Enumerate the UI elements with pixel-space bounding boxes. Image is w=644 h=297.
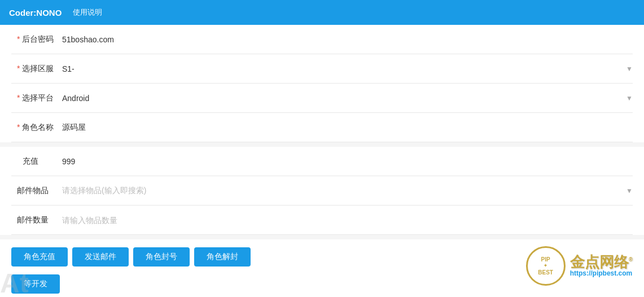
required-mark: * xyxy=(17,34,20,43)
instruction-link[interactable]: 使用说明 xyxy=(73,7,102,18)
mail-item-row: 邮件物品 请选择物品(输入即搜索) ▼ xyxy=(11,176,633,206)
mail-item-placeholder: 请选择物品(输入即搜索) xyxy=(62,186,626,196)
mail-item-wrapper[interactable]: 请选择物品(输入即搜索) ▼ xyxy=(62,186,633,196)
main-content: *后台密码 *选择区服 S1- ▼ *选择平台 Android ▼ xyxy=(0,25,644,297)
mail-quantity-label: 邮件数量 xyxy=(11,215,62,225)
button-divider xyxy=(0,235,644,239)
required-mark-4: * xyxy=(17,123,20,132)
unban-char-button[interactable]: 角色解封 xyxy=(194,247,251,267)
action-button-row: 角色充值 发送邮件 角色封号 角色解封 xyxy=(0,239,644,274)
form-section: *后台密码 *选择区服 S1- ▼ *选择平台 Android ▼ xyxy=(0,25,644,142)
ban-char-button[interactable]: 角色封号 xyxy=(133,247,190,267)
backend-password-row: *后台密码 xyxy=(11,25,633,54)
backend-password-label: *后台密码 xyxy=(11,34,62,45)
mail-quantity-input[interactable] xyxy=(62,216,633,225)
header: Coder:NONO 使用说明 xyxy=(0,0,644,25)
chevron-down-icon-2[interactable]: ▼ xyxy=(626,94,633,102)
pending-dev-button[interactable]: 等开发 xyxy=(11,274,60,294)
select-region-value: S1- xyxy=(62,64,626,73)
chevron-down-icon-3[interactable]: ▼ xyxy=(626,187,633,195)
select-platform-row: *选择平台 Android ▼ xyxy=(11,84,633,113)
chevron-down-icon[interactable]: ▼ xyxy=(626,65,633,73)
select-region-row: *选择区服 S1- ▼ xyxy=(11,54,633,84)
send-mail-button[interactable]: 发送邮件 xyxy=(72,247,129,267)
recharge-row: 充值 xyxy=(11,147,633,176)
backend-password-input[interactable] xyxy=(62,35,633,44)
character-name-row: *角色名称 xyxy=(11,113,633,142)
select-platform-wrapper[interactable]: Android ▼ xyxy=(62,94,633,103)
select-platform-label: *选择平台 xyxy=(11,93,62,103)
recharge-label: 充值 xyxy=(11,156,62,167)
brand-label: Coder:NONO xyxy=(9,8,62,18)
select-region-wrapper[interactable]: S1- ▼ xyxy=(62,64,633,73)
required-mark-3: * xyxy=(17,93,20,102)
mail-quantity-row: 邮件数量 xyxy=(11,206,633,235)
recharge-char-button[interactable]: 角色充值 xyxy=(11,247,68,267)
character-name-label: *角色名称 xyxy=(11,123,62,133)
section-divider xyxy=(0,142,644,147)
secondary-button-row: 等开发 xyxy=(0,274,644,297)
select-platform-value: Android xyxy=(62,94,626,103)
select-region-label: *选择区服 xyxy=(11,64,62,74)
required-mark-2: * xyxy=(17,64,20,73)
character-name-input[interactable] xyxy=(62,123,633,132)
recharge-input[interactable] xyxy=(62,157,633,166)
mail-item-label: 邮件物品 xyxy=(11,186,62,196)
recharge-section: 充值 邮件物品 请选择物品(输入即搜索) ▼ 邮件数量 xyxy=(0,147,644,235)
